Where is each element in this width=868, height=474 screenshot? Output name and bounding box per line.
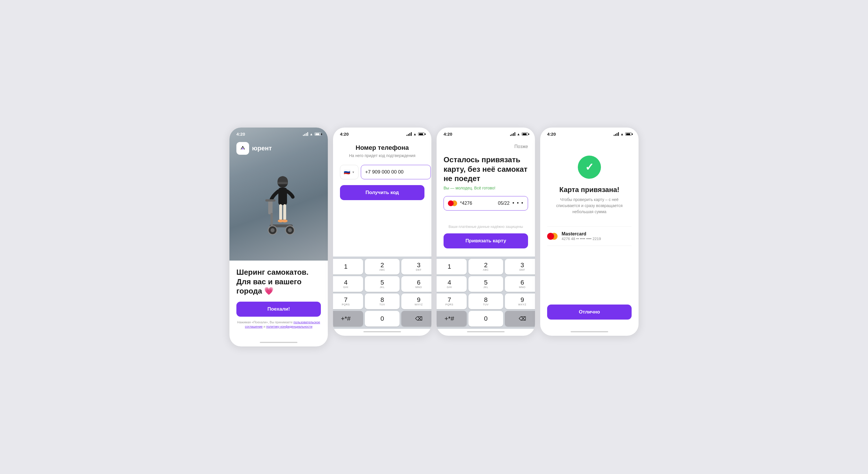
success-content: ✓ Карта привязана! Чтобы проверить карту… [540,138,639,329]
wifi-icon: ▲ [310,132,313,136]
wifi-icon-4: ▲ [620,132,624,136]
key-0-c[interactable]: 0 [468,311,503,326]
country-selector[interactable]: 🇷🇺 ▼ [340,165,359,179]
battery-icon-4 [625,132,631,136]
card-number: *4276 [460,201,495,206]
wifi-icon-2: ▲ [413,132,416,136]
svg-point-16 [288,228,292,232]
home-indicator-4 [570,331,608,332]
country-flag: 🇷🇺 [344,169,350,175]
phone-input-row: 🇷🇺 ▼ [340,165,425,179]
card-screen-title: Осталось привязать карту, без неё самока… [443,155,528,183]
signal-icon-4 [614,132,619,136]
welcome-bottom: Шеринг самокатов. Для вас и вашего город… [229,260,328,339]
phone-card-bind: 4:20 ▲ Позже Осталось привязать карту, б… [437,128,535,336]
key-5-c[interactable]: 5JKL [468,276,503,292]
welcome-btn-area: Поехали! Нажимая «Поехали», Вы принимает… [237,302,321,334]
bind-card-button[interactable]: Привязать карту [443,233,528,248]
key-2[interactable]: 2ABC [365,259,400,275]
card-info: Mastercard 4276 48 •• •••• •••• 2219 [562,231,631,241]
status-time-3: 4:20 [443,132,452,136]
svg-point-9 [282,220,288,222]
card-options-icon: • • • [513,200,524,206]
signal-icon-3 [510,132,515,136]
success-title: Карта привязана! [559,186,619,194]
signal-icon [303,132,308,136]
card-btn-area: Привязать карту [443,233,528,256]
card-screen-subtitle: Вы — молодец. Всё готово! [443,186,528,190]
svg-rect-4 [277,182,288,184]
get-code-button[interactable]: Получить код [340,185,425,200]
status-icons-2: ▲ [406,132,425,136]
svg-point-14 [271,228,275,232]
card-bind-content: Позже Осталось привязать карту, без неё … [437,138,535,256]
success-btn-area: Отлично [547,305,631,329]
key-9[interactable]: 9WXYZ [401,293,431,309]
card-input-row[interactable]: *4276 05/22 • • • [443,196,528,211]
later-button[interactable]: Позже [515,144,528,149]
signal-icon-2 [406,132,412,136]
keyboard-2: 1 2ABC 3DEF 4GHI 5JKL 6MNO 7PQRS 8TUV 9W… [333,256,431,329]
status-bar-3: 4:20 ▲ [437,128,535,138]
svg-rect-7 [283,204,286,220]
status-icons-3: ▲ [510,132,528,136]
phone-number-input[interactable] [361,165,431,179]
phone-btn-area: Получить код [340,185,425,208]
status-time-1: 4:20 [237,132,245,136]
battery-icon-2 [418,132,425,136]
key-2-c[interactable]: 2ABC [468,259,503,275]
mastercard-logo [547,233,558,240]
card-expiry: 05/22 [498,201,509,206]
legal-link-privacy[interactable]: политику конфиденциальности [266,325,312,328]
chevron-down-icon: ▼ [352,170,355,174]
key-9-c[interactable]: 9WXYZ [505,293,535,309]
key-1[interactable]: 1 [333,259,363,275]
svg-point-1 [242,146,243,147]
welcome-title: Шеринг самокатов. Для вас и вашего город… [237,267,321,296]
key-3-c[interactable]: 3DEF [505,259,535,275]
svg-rect-11 [265,199,275,201]
key-6-c[interactable]: 6MNO [505,276,535,292]
logo-icon [237,142,249,155]
key-7[interactable]: 7PQRS [333,293,363,309]
key-5[interactable]: 5JKL [365,276,400,292]
phone-success: 4:20 ▲ ✓ Карта привязана! Чтобы проверит… [540,128,639,336]
key-special-c[interactable]: +*# [437,311,467,326]
home-indicator [260,342,298,343]
key-0[interactable]: 0 [365,311,400,326]
success-description: Чтобы проверить карту – с неё списываетс… [555,197,624,215]
home-indicator-3 [467,331,505,332]
key-4-c[interactable]: 4GHI [437,276,467,292]
key-7-c[interactable]: 7PQRS [437,293,467,309]
app-logo: юрент [237,142,272,155]
phones-container: 4:20 ▲ [229,128,639,346]
key-8[interactable]: 8TUV [365,293,400,309]
start-button[interactable]: Поехали! [237,302,321,317]
key-4[interactable]: 4GHI [333,276,363,292]
status-time-2: 4:20 [340,132,349,136]
mastercard-icon [448,200,457,206]
logo-text: юрент [252,145,272,152]
key-8-c[interactable]: 8TUV [468,293,503,309]
battery-icon [314,132,321,136]
phone-phone-number: 4:20 ▲ Номер телефона На него придет код… [333,128,431,336]
battery-icon-3 [522,132,528,136]
key-special[interactable]: +*# [333,311,363,326]
secure-text: Ваши платёжные данные надёжно защищены [443,225,528,229]
later-button-wrap: Позже [443,144,528,149]
key-6[interactable]: 6MNO [401,276,431,292]
key-backspace-c[interactable]: ⌫ [505,311,535,326]
card-brand: Mastercard [562,231,631,236]
key-1-c[interactable]: 1 [437,259,467,275]
legal-text: Нажимая «Поехали», Вы принимаете пользов… [237,320,321,329]
checkmark-icon: ✓ [585,161,594,173]
key-3[interactable]: 3DEF [401,259,431,275]
status-icons-1: ▲ [303,132,321,136]
svg-rect-2 [242,148,244,149]
svg-rect-6 [279,204,282,220]
status-icons-4: ▲ [614,132,631,136]
done-button[interactable]: Отлично [547,305,631,320]
success-icon: ✓ [578,156,601,179]
status-bar-2: 4:20 ▲ [333,128,431,138]
key-backspace[interactable]: ⌫ [401,311,431,326]
